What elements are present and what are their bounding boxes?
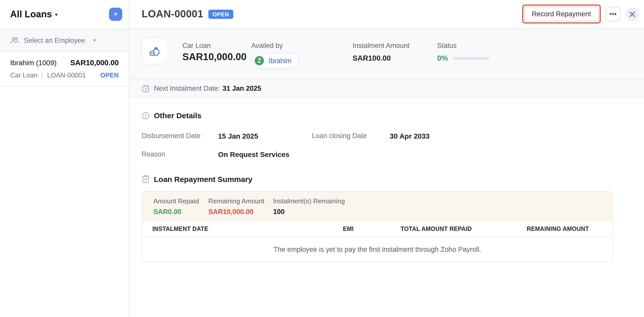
close-icon [629,11,635,17]
loan-icon-tile [142,38,168,64]
users-icon [10,36,19,44]
status-label: Status [437,42,490,49]
next-instalment-row: Next Instalment Date: 31 Jan 2025 [129,79,644,97]
employee-chip[interactable]: Z Ibrahim [251,53,299,68]
all-loans-dropdown[interactable]: All Loans ▾ [10,9,58,20]
employee-filter-dropdown[interactable]: Select an Employee ▾ [0,29,129,52]
column-header: EMI [259,226,354,232]
loan-item-status-badge: OPEN [100,72,119,79]
sidebar: All Loans ▾ + Select an Employee ▾ Ibrah… [0,0,129,317]
stat-label: Instalment(s) Remaining [273,197,345,205]
column-header: REMAINING AMOUNT [472,226,612,232]
annotation-highlight: Record Repayment [522,5,601,23]
loan-list-item[interactable]: Ibrahim (1009) SAR10,000.00 Car Loan LOA… [0,52,129,87]
other-details-section: Other Details Disbursement Date 15 Jan 2… [129,98,644,158]
field-label: Disbursement Date [142,132,218,140]
loan-summary-band: Car Loan SAR10,000.00 Availed by Z Ibrah… [129,29,644,98]
stat-instalments-remaining: Instalment(s) Remaining 100 [273,197,345,216]
money-bag-icon [148,44,162,58]
add-loan-button[interactable]: + [109,8,122,21]
stat-remaining-amount: Remaining Amount SAR10,000.00 [208,197,264,216]
status-badge: OPEN [208,9,233,19]
stat-value: SAR10,000.00 [208,208,264,216]
field-label: Reason [142,150,218,158]
sidebar-header: All Loans ▾ + [0,0,129,29]
progress-bar [453,57,490,59]
chevron-down-icon: ▾ [55,11,58,17]
avatar: Z [254,55,265,66]
repayment-summary-section: Loan Repayment Summary Amount Repaid SAR… [129,158,644,262]
clipboard-check-icon [142,175,150,183]
instalment-amount-label: Instalment Amount [353,42,410,49]
employee-link[interactable]: Ibrahim [269,57,291,64]
page-title: LOAN-00001 [142,8,203,20]
field-value: 15 Jan 2025 [218,132,312,140]
sidebar-title: All Loans [10,9,52,20]
repayment-stats: Amount Repaid SAR0.00 Remaining Amount S… [142,192,612,221]
instalment-amount-block: Instalment Amount SAR100.00 [353,42,410,62]
detail-header: LOAN-00001 OPEN Record Repayment ••• [129,0,644,29]
loan-amount: SAR10,000.00 [182,51,247,63]
stat-label: Amount Repaid [153,197,199,205]
employee-filter-label: Select an Employee [24,36,85,44]
column-header: INSTALMENT DATE [142,226,259,232]
instalment-amount-value: SAR100.00 [353,54,410,62]
loan-item-amount: SAR10,000.00 [70,59,119,67]
availed-by-block: Availed by Z Ibrahim [251,42,299,68]
status-percent: 0% [437,54,448,62]
column-header: TOTAL AMOUNT REPAID [354,226,472,232]
page: All Loans ▾ + Select an Employee ▾ Ibrah… [0,0,644,317]
main-panel: LOAN-00001 OPEN Record Repayment ••• [129,0,644,317]
next-instalment-label: Next Instalment Date: [154,85,220,92]
calendar-next-icon [142,84,150,93]
chevron-down-icon: ▾ [93,38,96,43]
field-value: 30 Apr 2033 [390,132,632,140]
next-instalment-date: 31 Jan 2025 [223,85,261,92]
info-icon [142,111,150,120]
stat-amount-repaid: Amount Repaid SAR0.00 [153,197,199,216]
empty-state-message: The employee is yet to pay the first ins… [142,237,612,261]
divider [42,72,43,79]
loan-type-block: Car Loan SAR10,000.00 [182,42,247,63]
status-block: Status 0% [437,42,490,62]
repayment-summary-title: Loan Repayment Summary [154,175,252,183]
stat-label: Remaining Amount [208,197,264,205]
availed-by-label: Availed by [251,42,299,49]
record-repayment-button[interactable]: Record Repayment [524,7,599,21]
more-options-button[interactable]: ••• [606,7,621,21]
other-details-title: Other Details [154,111,202,120]
loan-item-type: Car Loan [10,71,37,79]
field-label: Loan closing Date [312,132,390,140]
loan-item-id: LOAN-00001 [47,71,86,79]
repayment-table-header: INSTALMENT DATE EMI TOTAL AMOUNT REPAID … [142,221,612,237]
field-value: On Request Services [218,150,312,158]
stat-value: 100 [273,208,345,216]
loans-app: All Loans ▾ + Select an Employee ▾ Ibrah… [0,0,644,317]
repayment-card: Amount Repaid SAR0.00 Remaining Amount S… [142,191,613,262]
loan-item-employee: Ibrahim (1009) [10,59,57,67]
stat-value: SAR0.00 [153,208,199,216]
loan-type: Car Loan [182,42,247,49]
close-button[interactable] [626,7,639,21]
